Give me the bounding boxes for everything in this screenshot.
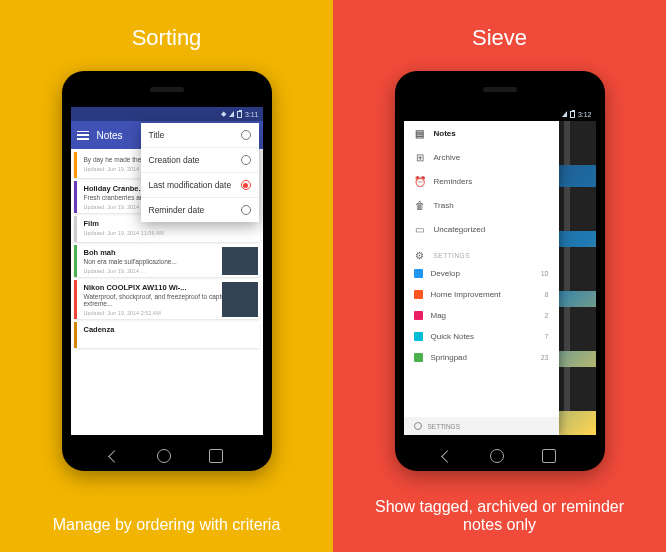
panel-title: Sorting	[132, 25, 202, 51]
status-bar: 3:12	[404, 107, 596, 121]
nav-home-icon[interactable]	[157, 449, 171, 463]
drawer-tag[interactable]: Develop10	[404, 263, 559, 284]
panel-title: Sieve	[472, 25, 527, 51]
radio-icon	[241, 205, 251, 215]
battery-icon	[237, 111, 242, 118]
tag-label: Quick Notes	[431, 332, 475, 341]
phone-screen-left: ◆ 3:11 Notes By day he made the... dolla…	[71, 107, 263, 435]
status-time: 3:12	[578, 111, 592, 118]
tag-color-icon	[414, 332, 423, 341]
tag-color-icon	[414, 290, 423, 299]
tag-color-icon	[414, 353, 423, 362]
note-thumbnail	[222, 247, 258, 275]
tag-color-icon	[414, 269, 423, 278]
archive-icon: ⊞	[414, 151, 426, 163]
nav-recent-icon[interactable]	[209, 449, 223, 463]
drawer-footer[interactable]: SETTINGS	[404, 417, 559, 435]
radio-icon	[241, 180, 251, 190]
android-navbar	[395, 449, 605, 463]
note-card[interactable]: Boh mahNon era male sull'applicazione...…	[74, 245, 260, 277]
drawer-item-label: Trash	[434, 201, 454, 210]
gear-icon	[414, 422, 422, 430]
radio-icon	[241, 155, 251, 165]
nav-recent-icon[interactable]	[542, 449, 556, 463]
background-note	[558, 187, 596, 231]
note-card[interactable]: Cadenza	[74, 322, 260, 348]
tag-label: Develop	[431, 269, 460, 278]
note-title: Cadenza	[84, 325, 255, 334]
sort-option-label: Reminder date	[149, 205, 205, 215]
nav-drawer[interactable]: ▤Notes⊞Archive⏰Reminders🗑Trash▭Uncategor…	[404, 121, 559, 435]
drawer-item-alarm[interactable]: ⏰Reminders	[404, 169, 559, 193]
nav-back-icon[interactable]	[441, 450, 454, 463]
drawer-item-label: Archive	[434, 153, 461, 162]
note-thumbnail	[222, 282, 258, 318]
sort-popup: TitleCreation dateLast modification date…	[141, 123, 259, 222]
drawer-item-folder[interactable]: ▭Uncategorized	[404, 217, 559, 241]
drawer-tag[interactable]: Quick Notes7	[404, 326, 559, 347]
folder-icon: ▭	[414, 223, 426, 235]
phone-frame-left: ◆ 3:11 Notes By day he made the... dolla…	[62, 71, 272, 471]
background-note	[558, 121, 596, 165]
sort-option-label: Creation date	[149, 155, 200, 165]
panel-caption: Manage by ordering with criteria	[0, 516, 333, 534]
battery-icon	[570, 111, 575, 118]
tag-count: 8	[545, 291, 549, 298]
note-timestamp: Updated: Jun 19, 2014 11:06 AM	[84, 230, 255, 236]
tag-count: 10	[541, 270, 549, 277]
sort-option-label: Last modification date	[149, 180, 232, 190]
hamburger-icon[interactable]	[77, 131, 89, 140]
tag-label: Home Improvement	[431, 290, 501, 299]
sort-option[interactable]: Last modification date	[141, 173, 259, 198]
background-note	[558, 307, 596, 351]
sort-option-label: Title	[149, 130, 165, 140]
panel-sieve: Sieve 3:12 ▤Notes⊞Archive⏰Reminders🗑Tras…	[333, 0, 666, 552]
drawer-section-label: ⚙SETTINGS	[404, 241, 559, 263]
phone-screen-right: 3:12 ▤Notes⊞Archive⏰Reminders🗑Trash▭Unca…	[404, 107, 596, 435]
appbar-title: Notes	[97, 130, 123, 141]
drawer-item-label: Reminders	[434, 177, 473, 186]
drawer-tag[interactable]: Mag2	[404, 305, 559, 326]
tag-count: 2	[545, 312, 549, 319]
tag-label: Springpad	[431, 353, 467, 362]
tag-label: Mag	[431, 311, 447, 320]
radio-icon	[241, 130, 251, 140]
phone-speaker	[483, 87, 517, 92]
panel-sorting: Sorting ◆ 3:11 Notes By day he made the.…	[0, 0, 333, 552]
panel-caption: Show tagged, archived or reminder notes …	[333, 498, 666, 534]
sort-option[interactable]: Reminder date	[141, 198, 259, 222]
app-showcase: Sorting ◆ 3:11 Notes By day he made the.…	[0, 0, 666, 552]
drawer-item-archive[interactable]: ⊞Archive	[404, 145, 559, 169]
background-note	[558, 247, 596, 291]
signal-icon	[562, 111, 567, 117]
tag-count: 7	[545, 333, 549, 340]
note-card[interactable]: Nikon COOLPIX AW110 Wi-...Waterproof, sh…	[74, 280, 260, 320]
drawer-item-label: Uncategorized	[434, 225, 486, 234]
nav-back-icon[interactable]	[108, 450, 121, 463]
location-icon: ◆	[221, 110, 226, 118]
alarm-icon: ⏰	[414, 175, 426, 187]
signal-icon	[229, 111, 234, 117]
drawer-tag[interactable]: Springpad23	[404, 347, 559, 368]
drawer-item-trash[interactable]: 🗑Trash	[404, 193, 559, 217]
tag-count: 23	[541, 354, 549, 361]
note-icon: ▤	[414, 127, 426, 139]
phone-frame-right: 3:12 ▤Notes⊞Archive⏰Reminders🗑Trash▭Unca…	[395, 71, 605, 471]
sort-option[interactable]: Creation date	[141, 148, 259, 173]
status-bar: ◆ 3:11	[71, 107, 263, 121]
android-navbar	[62, 449, 272, 463]
nav-home-icon[interactable]	[490, 449, 504, 463]
status-time: 3:11	[245, 111, 259, 118]
trash-icon: 🗑	[414, 199, 426, 211]
background-note	[558, 367, 596, 411]
drawer-tag[interactable]: Home Improvement8	[404, 284, 559, 305]
settings-icon: ⚙	[414, 249, 426, 261]
sort-option[interactable]: Title	[141, 123, 259, 148]
drawer-header[interactable]: ▤Notes	[404, 121, 559, 145]
tag-color-icon	[414, 311, 423, 320]
phone-speaker	[150, 87, 184, 92]
